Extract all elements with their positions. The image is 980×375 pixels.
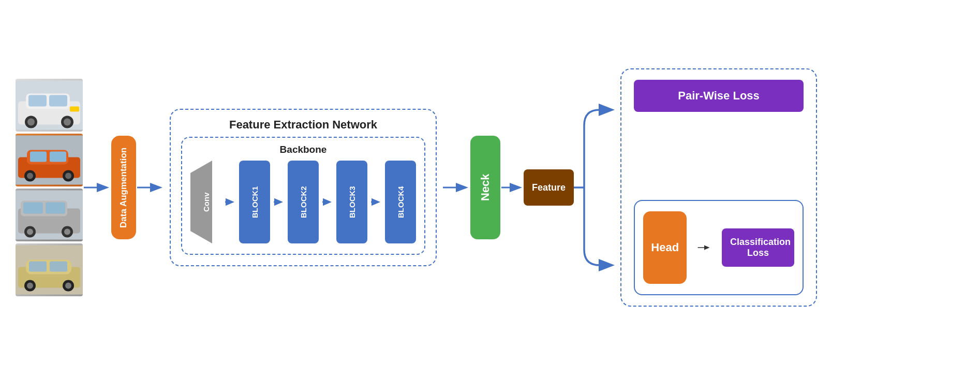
- conv-shape: Conv: [190, 161, 221, 243]
- main-content: Data Augmentation Feature Extraction Net…: [16, 10, 964, 365]
- block-1-box: BLOCK1: [239, 161, 270, 243]
- feature-extraction-title: Feature Extraction Network: [229, 118, 377, 132]
- head-classify-row: Head Classification Loss: [634, 200, 804, 295]
- block-3-label: BLOCK3: [348, 186, 357, 218]
- backbone-box: Backbone Conv BLOCK1: [181, 137, 425, 255]
- feature-label: Feature: [532, 182, 566, 193]
- arrow-2: [136, 181, 165, 194]
- svg-point-27: [64, 229, 70, 235]
- block-arrow-2: [322, 197, 333, 207]
- backbone-blocks: Conv BLOCK1: [190, 161, 416, 243]
- svg-point-36: [65, 283, 71, 289]
- head-to-class-arrow: [697, 242, 711, 253]
- head-box: Head: [643, 211, 687, 284]
- classification-loss-label: Classification Loss: [730, 237, 791, 258]
- block-3-box: BLOCK3: [336, 161, 367, 243]
- car-images-column: [16, 79, 83, 296]
- branch-arrow-area: [574, 68, 615, 307]
- car-image-4: [16, 243, 83, 296]
- svg-rect-31: [29, 262, 47, 272]
- data-augmentation-box: Data Augmentation: [111, 136, 136, 239]
- block-4-box: BLOCK4: [385, 161, 416, 243]
- block-arrow-0: [225, 197, 236, 207]
- head-section: Pair-Wise Loss Head Classifica: [620, 68, 817, 307]
- arrow-4: [500, 181, 524, 194]
- svg-rect-4: [49, 95, 67, 107]
- classification-loss-box: Classification Loss: [722, 228, 794, 267]
- block-2-box: BLOCK2: [288, 161, 319, 243]
- svg-rect-9: [70, 107, 79, 112]
- arrow-1: [83, 181, 111, 194]
- svg-point-8: [64, 119, 71, 126]
- pair-wise-loss-label: Pair-Wise Loss: [678, 89, 760, 102]
- branch-arrow-svg: [574, 68, 615, 307]
- feature-box: Feature: [524, 169, 574, 206]
- svg-rect-23: [46, 203, 65, 214]
- feature-extraction-box: Feature Extraction Network Backbone Conv: [170, 109, 437, 266]
- svg-point-16: [27, 173, 33, 179]
- svg-point-6: [27, 119, 35, 126]
- conv-label: Conv: [202, 192, 211, 212]
- svg-rect-32: [50, 262, 67, 272]
- svg-point-25: [27, 229, 33, 235]
- data-augmentation-label: Data Augmentation: [118, 147, 129, 227]
- neck-label: Neck: [479, 174, 492, 201]
- svg-point-34: [27, 283, 33, 289]
- svg-point-18: [65, 173, 71, 179]
- neck-box: Neck: [470, 136, 500, 239]
- arrow-3: [442, 181, 470, 194]
- car-image-3: [16, 189, 83, 241]
- svg-rect-22: [23, 203, 43, 214]
- car-image-2: [16, 134, 83, 186]
- block-arrow-1: [273, 197, 285, 207]
- block-2-label: BLOCK2: [299, 186, 308, 218]
- diagram-container: Data Augmentation Feature Extraction Net…: [0, 0, 980, 375]
- block-4-label: BLOCK4: [396, 186, 405, 218]
- block-1-label: BLOCK1: [250, 186, 259, 218]
- svg-rect-3: [28, 95, 47, 107]
- pair-wise-loss-box: Pair-Wise Loss: [634, 80, 804, 112]
- head-label: Head: [651, 241, 679, 254]
- svg-rect-13: [30, 152, 47, 162]
- svg-rect-14: [50, 152, 66, 162]
- car-image-1: [16, 79, 83, 132]
- backbone-title: Backbone: [280, 144, 327, 155]
- block-arrow-3: [370, 197, 382, 207]
